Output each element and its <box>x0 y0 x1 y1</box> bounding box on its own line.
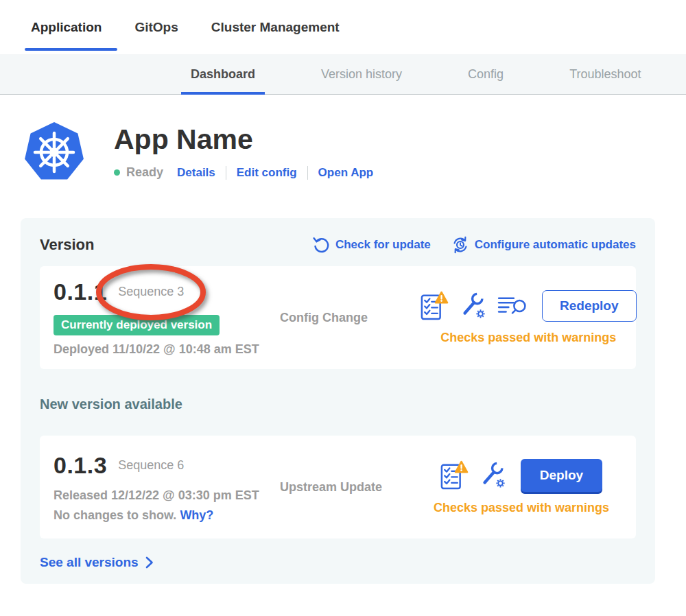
status-dot-icon <box>114 169 120 176</box>
new-checks-status: Checks passed with warnings <box>434 501 609 515</box>
currently-deployed-badge: Currently deployed version <box>54 315 220 335</box>
current-version-check-icons <box>421 290 528 322</box>
current-version-info: 0.1.1 Sequence 3 Currently deployed vers… <box>54 279 280 357</box>
app-header-text: App Name Ready Details Edit config Open … <box>114 120 373 185</box>
config-wrench-gear-icon[interactable] <box>479 460 508 490</box>
current-version-card: 0.1.1 Sequence 3 Currently deployed vers… <box>40 266 636 369</box>
chevron-right-icon <box>145 556 154 569</box>
current-version-source: Config Change <box>280 311 421 325</box>
preflight-checklist-warning-icon[interactable] <box>421 290 449 322</box>
current-version-actions: Redeploy Checks passed with warnings <box>421 290 637 345</box>
new-version-info: 0.1.3 Sequence 6 Released 12/12/22 @ 03:… <box>54 452 280 523</box>
deploy-button[interactable]: Deploy <box>521 459 602 492</box>
check-for-update-label: Check for update <box>335 238 431 252</box>
status-badge: Ready <box>126 165 163 180</box>
no-changes-line: No changes to show. Why? <box>54 508 280 523</box>
tab-troubleshoot[interactable]: Troubleshoot <box>569 54 641 95</box>
tab-dashboard[interactable]: Dashboard <box>191 54 255 95</box>
new-version-sequence: Sequence 6 <box>118 458 184 473</box>
check-for-update-link[interactable]: Check for update <box>313 236 431 254</box>
open-app-link[interactable]: Open App <box>318 166 374 180</box>
new-version-source: Upstream Update <box>280 480 421 495</box>
kubernetes-logo-icon <box>24 120 84 185</box>
released-timestamp: Released 12/12/22 @ 03:30 pm EST <box>54 488 280 503</box>
page-title: App Name <box>114 124 373 155</box>
sub-nav: Dashboard Version history Config Trouble… <box>0 54 686 95</box>
preflight-checklist-warning-icon[interactable] <box>440 460 469 491</box>
edit-config-link[interactable]: Edit config <box>237 166 297 180</box>
current-version-number: 0.1.1 <box>54 279 107 305</box>
version-panel-header: Version Check for update <box>40 236 636 254</box>
config-wrench-gear-icon[interactable] <box>459 291 488 321</box>
see-all-versions-link[interactable]: See all versions <box>40 555 636 570</box>
app-status-row: Ready Details Edit config Open App <box>114 165 373 180</box>
tab-config[interactable]: Config <box>468 54 504 95</box>
configure-automatic-updates-label: Configure automatic updates <box>475 238 636 252</box>
refresh-icon <box>313 237 330 254</box>
auto-update-clock-icon <box>451 236 469 254</box>
divider <box>307 166 308 180</box>
tab-gitops[interactable]: GitOps <box>134 0 178 54</box>
page: Application GitOps Cluster Management Da… <box>0 0 686 616</box>
current-version-sequence: Sequence 3 <box>118 285 184 299</box>
details-link[interactable]: Details <box>177 166 215 180</box>
new-version-available-heading: New version available <box>40 396 636 412</box>
version-heading: Version <box>40 236 94 254</box>
redeploy-button[interactable]: Redeploy <box>542 290 637 322</box>
current-checks-status: Checks passed with warnings <box>440 331 616 345</box>
configure-automatic-updates-link[interactable]: Configure automatic updates <box>451 236 636 254</box>
see-all-versions-label: See all versions <box>40 555 139 570</box>
new-version-card: 0.1.3 Sequence 6 Released 12/12/22 @ 03:… <box>40 436 636 538</box>
deployed-timestamp: Deployed 11/10/22 @ 10:48 am EST <box>54 342 280 357</box>
view-diff-icon[interactable] <box>497 294 528 318</box>
tab-application[interactable]: Application <box>31 0 102 54</box>
top-nav: Application GitOps Cluster Management <box>0 0 686 54</box>
new-version-actions: Deploy Checks passed with warnings <box>421 459 622 515</box>
version-panel: Version Check for update <box>21 218 655 584</box>
version-panel-actions: Check for update Configure automatic upd… <box>313 236 636 254</box>
app-header: App Name Ready Details Edit config Open … <box>24 120 686 185</box>
divider <box>226 166 226 180</box>
tab-version-history[interactable]: Version history <box>321 54 402 95</box>
why-link[interactable]: Why? <box>180 508 213 522</box>
new-version-number: 0.1.3 <box>54 452 107 479</box>
tab-cluster-management[interactable]: Cluster Management <box>211 0 340 54</box>
new-version-check-icons <box>440 460 508 491</box>
